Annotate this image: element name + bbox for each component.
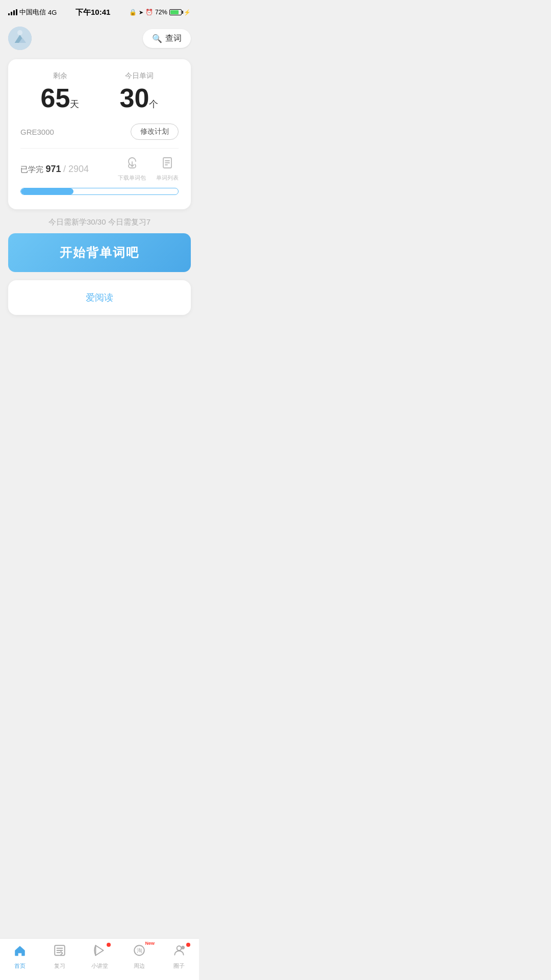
- search-icon: 🔍: [152, 34, 162, 43]
- lock-icon: 🔒: [129, 9, 137, 16]
- download-icon: [126, 157, 138, 172]
- download-label: 下载单词包: [118, 174, 146, 182]
- plan-row: GRE3000 修改计划: [20, 124, 179, 149]
- remaining-unit: 天: [70, 99, 79, 109]
- signal-icon: [8, 9, 17, 15]
- today-words-stat: 今日单词 30个: [120, 71, 159, 111]
- progress-actions: 下载单词包 单词列表: [118, 157, 179, 182]
- battery-percent: 72%: [155, 9, 167, 16]
- location-icon: ➤: [139, 9, 143, 16]
- learned-separator: /: [63, 164, 68, 174]
- today-words-label: 今日单词: [120, 71, 159, 81]
- today-words-value-container: 30个: [120, 85, 159, 111]
- header: 🔍 查词: [0, 22, 199, 56]
- edit-plan-button[interactable]: 修改计划: [131, 124, 179, 140]
- status-left: 中国电信 4G: [8, 8, 57, 17]
- remaining-value-container: 65天: [41, 85, 80, 111]
- wordlist-button[interactable]: 单词列表: [156, 157, 179, 182]
- today-words-unit: 个: [149, 99, 158, 109]
- today-words-value: 30: [120, 83, 149, 113]
- alarm-icon: ⏰: [145, 9, 153, 16]
- wordlist-label: 单词列表: [156, 174, 179, 182]
- reading-card[interactable]: 爱阅读: [8, 280, 191, 315]
- network-label: 4G: [48, 9, 57, 16]
- plan-name: GRE3000: [20, 128, 54, 136]
- main-card: 剩余 65天 今日单词 30个 GRE3000 修改计划 已学完 971 / 2…: [8, 59, 191, 209]
- carrier-label: 中国电信: [19, 8, 46, 17]
- avatar-image: [8, 27, 32, 50]
- learned-info: 已学完 971 / 2904: [20, 164, 89, 175]
- wordlist-icon: [161, 157, 173, 172]
- avatar[interactable]: [8, 27, 32, 50]
- status-bar: 中国电信 4G 下午10:41 🔒 ➤ ⏰ 72% ⚡: [0, 0, 199, 22]
- remaining-stat: 剩余 65天: [41, 71, 80, 111]
- svg-rect-3: [8, 43, 32, 50]
- learned-total: 2904: [68, 164, 89, 174]
- battery-icon: [169, 9, 182, 15]
- start-study-button[interactable]: 开始背单词吧: [8, 233, 191, 272]
- search-button[interactable]: 🔍 查词: [143, 29, 191, 48]
- search-label: 查词: [165, 33, 182, 44]
- status-right: 🔒 ➤ ⏰ 72% ⚡: [129, 9, 191, 16]
- daily-status: 今日需新学30/30 今日需复习7: [0, 217, 199, 227]
- download-wordpack-button[interactable]: 下载单词包: [118, 157, 146, 182]
- learned-done: 971: [45, 164, 61, 174]
- remaining-label: 剩余: [41, 71, 80, 81]
- charging-icon: ⚡: [184, 9, 191, 16]
- stats-row: 剩余 65天 今日单词 30个: [20, 71, 179, 111]
- time-label: 下午10:41: [76, 8, 110, 17]
- learned-label: 已学完: [20, 165, 43, 174]
- reading-label: 爱阅读: [86, 292, 113, 303]
- progress-bar: [20, 188, 179, 195]
- svg-point-4: [17, 30, 22, 35]
- progress-bar-fill: [21, 188, 73, 194]
- remaining-value: 65: [41, 83, 70, 113]
- progress-info: 已学完 971 / 2904 下载单词包: [20, 157, 179, 182]
